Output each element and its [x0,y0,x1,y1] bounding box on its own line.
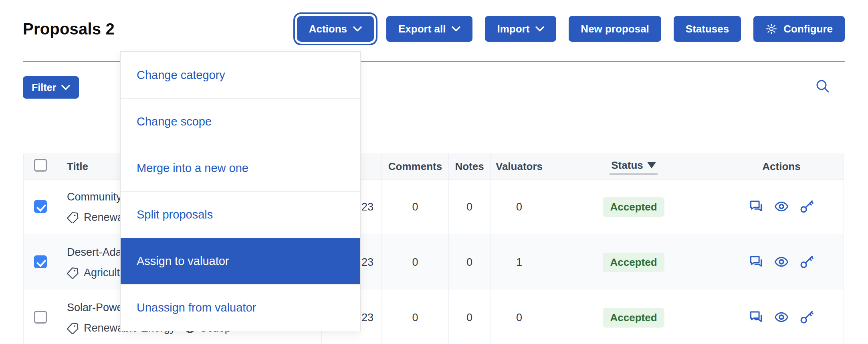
header-bar: Proposals 2 Actions Export all Import Ne… [23,14,845,43]
column-header-valuators: Valuators [491,154,548,180]
new-proposal-label: New proposal [581,23,649,35]
notes-count: 0 [449,235,491,290]
actions-button[interactable]: Actions [297,16,374,42]
comments-count: 0 [382,235,449,290]
chevron-down-icon [61,85,70,90]
comments-count: 0 [382,290,449,344]
permissions-key-icon[interactable] [799,199,814,214]
notes-count: 0 [449,180,491,235]
chevron-down-icon [535,26,544,32]
tag-icon [67,322,79,334]
statuses-button[interactable]: Statuses [674,16,741,42]
import-label: Import [497,23,529,35]
status-badge: Accepted [603,308,664,328]
chevron-down-icon [452,26,460,32]
filter-label: Filter [32,82,56,93]
answer-chat-icon[interactable] [749,199,764,214]
statuses-label: Statuses [686,23,729,35]
tag-icon [67,211,79,223]
preview-eye-icon[interactable] [774,310,789,325]
comments-count: 0 [382,180,449,235]
status-badge: Accepted [603,253,664,272]
toolbar: Actions Export all Import New proposal S… [297,16,845,42]
column-header-actions: Actions [719,154,844,180]
column-header-notes: Notes [449,154,491,180]
tag-icon [67,267,79,279]
menu-item-change-scope[interactable]: Change scope [121,98,360,145]
row-checkbox[interactable] [34,311,47,324]
export-all-label: Export all [398,23,446,35]
sort-desc-icon [647,162,656,168]
column-header-comments: Comments [382,154,449,180]
row-checkbox[interactable] [34,200,47,213]
filter-button[interactable]: Filter [23,76,79,99]
status-badge: Accepted [603,197,664,217]
answer-chat-icon[interactable] [749,254,764,269]
status-sort-link[interactable]: Status [610,159,657,174]
permissions-key-icon[interactable] [799,254,814,269]
preview-eye-icon[interactable] [774,199,789,214]
actions-button-label: Actions [309,23,347,35]
page-title: Proposals 2 [23,20,115,38]
column-header-status: Status [548,154,719,180]
configure-label: Configure [783,23,833,35]
valuators-count: 1 [491,235,548,290]
valuators-count: 0 [491,290,548,344]
menu-item-merge-into-new[interactable]: Merge into a new one [121,145,360,191]
permissions-key-icon[interactable] [799,310,814,325]
menu-item-assign-to-valuator[interactable]: Assign to valuator [121,238,360,284]
gear-icon [765,23,777,35]
valuators-count: 0 [491,180,548,235]
row-checkbox[interactable] [34,255,47,268]
search-icon[interactable] [814,78,832,95]
menu-item-unassign-from-valuator[interactable]: Unassign from valuator [121,284,360,331]
notes-count: 0 [449,290,491,344]
import-button[interactable]: Import [485,16,556,42]
export-all-button[interactable]: Export all [386,16,472,42]
menu-item-split-proposals[interactable]: Split proposals [121,191,360,238]
actions-dropdown-menu: Change category Change scope Merge into … [120,51,361,331]
answer-chat-icon[interactable] [749,310,764,325]
preview-eye-icon[interactable] [774,254,789,269]
new-proposal-button[interactable]: New proposal [569,16,661,42]
chevron-down-icon [353,26,362,32]
select-all-checkbox[interactable] [34,159,47,172]
menu-item-change-category[interactable]: Change category [121,52,360,98]
configure-button[interactable]: Configure [753,16,845,42]
